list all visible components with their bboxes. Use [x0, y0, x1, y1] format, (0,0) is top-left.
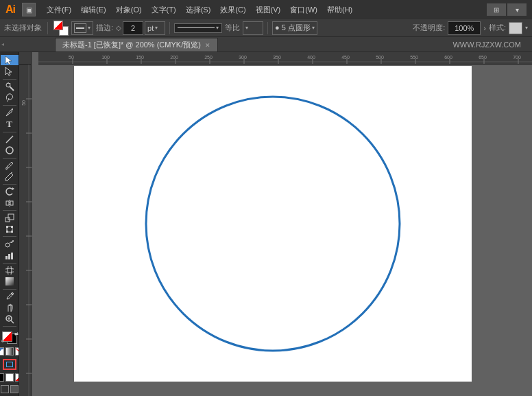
white-swatch[interactable]	[5, 373, 14, 382]
black-swatch[interactable]	[0, 373, 4, 382]
svg-text:100: 100	[101, 55, 110, 60]
gradient-tool[interactable]	[1, 277, 19, 287]
app-icon: ▣	[22, 3, 36, 16]
menu-file[interactable]: 文件(F)	[43, 3, 75, 16]
stroke-label: 描边:	[96, 23, 113, 33]
svg-text:450: 450	[341, 55, 350, 60]
svg-line-8	[6, 115, 8, 116]
layer1-btn[interactable]	[1, 385, 9, 393]
color-mode-buttons	[0, 347, 19, 356]
app-logo: Ai	[5, 3, 15, 16]
paintbrush-tool[interactable]	[1, 161, 19, 171]
hand-tool[interactable]	[1, 303, 19, 313]
expand-btn[interactable]: ▾	[507, 3, 527, 16]
svg-text:650: 650	[479, 55, 487, 60]
menu-window[interactable]: 窗口(W)	[286, 3, 322, 16]
canvas-svg	[74, 66, 472, 382]
column-graph-tool[interactable]	[1, 250, 19, 260]
layer-icons	[1, 385, 19, 393]
svg-marker-0	[5, 56, 12, 65]
svg-text:600: 600	[444, 55, 452, 60]
svg-rect-13	[6, 201, 9, 205]
menubar: 文件(F) 编辑(E) 对象(O) 文字(T) 选择(S) 效果(C) 视图(V…	[43, 3, 356, 16]
website-label: WWW.RJZXW.COM	[452, 38, 527, 51]
opacity-label: 不透明度:	[413, 23, 445, 33]
point-shape-dropdown[interactable]: ● 5 点圆形 ▾	[272, 21, 317, 35]
line-tool[interactable]	[1, 134, 19, 144]
svg-text:500: 500	[376, 55, 384, 60]
menu-edit[interactable]: 编辑(E)	[77, 3, 110, 16]
svg-rect-20	[11, 226, 13, 228]
stroke-style-dropdown[interactable]: ▾	[174, 23, 222, 33]
rotate-tool[interactable]	[1, 187, 19, 197]
svg-rect-35	[6, 348, 13, 355]
fill-mode-btn[interactable]	[0, 347, 4, 356]
type-tool[interactable]: T	[1, 119, 19, 130]
symbol-sprayer-tool[interactable]	[1, 239, 19, 249]
direct-selection-tool[interactable]	[1, 66, 19, 76]
selection-tool[interactable]	[1, 55, 19, 65]
ellipse-tool[interactable]	[1, 145, 19, 156]
small-icons-row	[0, 373, 19, 382]
menu-view[interactable]: 视图(V)	[252, 3, 285, 16]
selection-label: 未选择对象	[4, 23, 42, 33]
options-bar: 未选择对象 ▾ 描边: ◇ 2 pt ▾ ▾ 等比 等比 ▾ ● 5 点圆形 ▾…	[0, 19, 532, 37]
menu-object[interactable]: 对象(O)	[112, 3, 146, 16]
svg-rect-21	[6, 231, 8, 233]
eyedropper-tool[interactable]	[1, 291, 19, 301]
svg-text:250: 250	[204, 55, 213, 60]
menu-select[interactable]: 选择(S)	[182, 3, 215, 16]
scale-tool[interactable]	[1, 213, 19, 223]
tab-close-btn[interactable]: ✕	[205, 42, 210, 49]
grid-btn[interactable]: ⊞	[487, 3, 506, 16]
fill-swatch[interactable]	[53, 21, 69, 36]
menu-effect[interactable]: 效果(C)	[216, 3, 250, 16]
svg-point-10	[6, 147, 13, 154]
svg-rect-29	[5, 277, 14, 286]
swap-colors-btn[interactable]: ⇄	[14, 331, 19, 337]
tabbar: ◂ 未标题-1 [已恢复]* @ 200% (CMYK/预览) ✕ WWW.RJ…	[0, 37, 532, 52]
options-right: 不透明度: › 样式: ▾	[413, 21, 528, 35]
lasso-tool[interactable]	[1, 92, 19, 102]
stroke-unit-dropdown[interactable]: pt ▾	[145, 21, 165, 35]
svg-text:150: 150	[136, 55, 144, 60]
pen-tool[interactable]	[1, 107, 19, 117]
pencil-tool[interactable]	[1, 172, 19, 182]
style-swatch[interactable]	[509, 22, 522, 34]
free-transform-tool[interactable]	[1, 224, 19, 234]
svg-text:300: 300	[239, 55, 247, 60]
circle-shape[interactable]	[146, 97, 400, 351]
svg-text:550: 550	[410, 55, 418, 60]
mesh-tool[interactable]	[1, 265, 19, 275]
style-label: 样式:	[489, 23, 506, 33]
gradient-mode-btn[interactable]	[5, 347, 14, 356]
stroke-type-dropdown[interactable]: 等比 ▾	[243, 21, 263, 35]
svg-point-7	[12, 108, 13, 110]
toolbar: T	[0, 52, 19, 396]
svg-rect-22	[11, 231, 13, 233]
svg-marker-1	[5, 67, 12, 75]
opacity-input[interactable]	[448, 21, 481, 35]
svg-marker-12	[12, 187, 14, 190]
artboard-switcher	[3, 359, 16, 370]
svg-point-24	[11, 242, 12, 243]
svg-line-9	[6, 136, 13, 143]
magic-wand-tool[interactable]	[1, 81, 19, 91]
stroke-value-input[interactable]: 2	[123, 21, 143, 35]
reflect-tool[interactable]	[1, 198, 19, 208]
canvas-area: 50 100 150 200 250 300 350 400 4	[19, 52, 532, 396]
artboard-btn[interactable]	[3, 359, 16, 370]
zoom-tool[interactable]	[1, 314, 19, 324]
svg-rect-27	[8, 254, 10, 259]
svg-rect-26	[5, 256, 8, 259]
menu-text[interactable]: 文字(T)	[147, 3, 180, 16]
svg-point-25	[12, 240, 14, 242]
menu-help[interactable]: 帮助(H)	[323, 3, 356, 16]
horizontal-ruler: 50 100 150 200 250 300 350 400 4	[38, 52, 532, 65]
document-tab[interactable]: 未标题-1 [已恢复]* @ 200% (CMYK/预览) ✕	[55, 38, 218, 51]
svg-line-32	[11, 321, 14, 323]
layer2-btn[interactable]	[10, 385, 19, 393]
stroke-dropdown[interactable]: ▾	[71, 21, 93, 35]
document-canvas	[74, 66, 472, 382]
default-colors-btn[interactable]: ↺	[1, 338, 5, 344]
